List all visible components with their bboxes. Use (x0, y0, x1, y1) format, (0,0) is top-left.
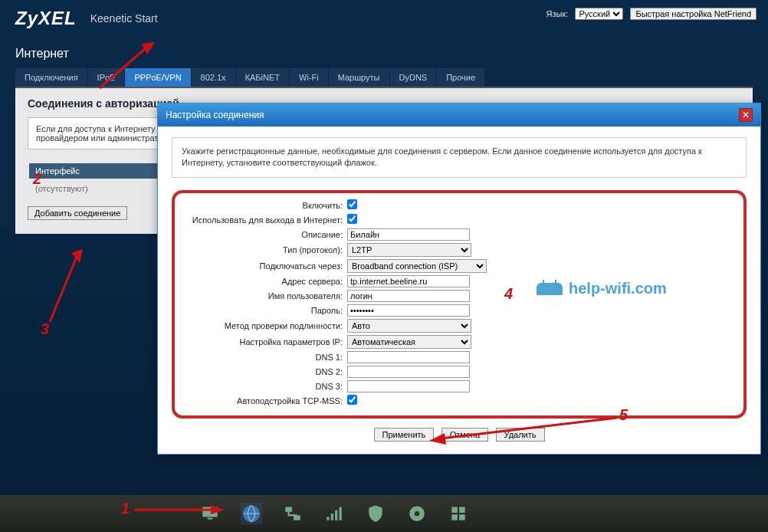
label-use-internet: Использовать для выхода в Интернет: (182, 215, 347, 225)
modal-body: Укажите регистрационные данные, необходи… (158, 126, 760, 454)
input-description[interactable] (347, 228, 470, 241)
svg-rect-7 (335, 511, 337, 521)
watermark: help-wifi.com (537, 280, 667, 297)
tab-connections[interactable]: Подключения (15, 68, 87, 87)
select-auth[interactable]: Авто (347, 319, 471, 333)
modal-header: Настройка соединения ✕ (158, 103, 760, 126)
input-username[interactable] (347, 290, 470, 302)
label-tcpmss: Автоподстройка TCP-MSS: (182, 396, 347, 406)
connection-settings-modal: Настройка соединения ✕ Укажите регистрац… (157, 103, 761, 455)
top-controls: Язык: Русский Быстрая настройка NetFrien… (546, 8, 757, 20)
apply-button[interactable]: Применить (374, 428, 435, 442)
svg-rect-13 (451, 514, 458, 521)
input-password[interactable] (347, 304, 470, 317)
svg-rect-6 (331, 514, 333, 521)
apps-icon[interactable] (448, 503, 469, 524)
form-area: Включить: Использовать для выхода в Инте… (172, 190, 747, 419)
arrow-3 (46, 249, 92, 326)
watermark-text: help-wifi.com (569, 280, 667, 297)
add-connection-button[interactable]: Добавить соединение (28, 206, 127, 220)
select-type[interactable]: L2TP (347, 243, 471, 257)
svg-line-15 (100, 48, 146, 88)
svg-marker-16 (142, 42, 155, 54)
label-description: Описание: (182, 230, 347, 239)
tab-other[interactable]: Прочие (437, 68, 484, 87)
shield-icon[interactable] (365, 503, 386, 524)
tab-dydns[interactable]: DyDNS (390, 68, 437, 87)
brand-logo: ZyXEL (15, 8, 77, 29)
language-label: Язык: (546, 9, 569, 18)
label-username: Имя пользователя: (182, 291, 347, 300)
checkbox-tcpmss[interactable] (347, 395, 357, 405)
svg-rect-8 (340, 507, 342, 520)
svg-marker-18 (71, 249, 83, 263)
select-ip[interactable]: Автоматическая (347, 335, 471, 349)
label-type: Тип (протокол): (182, 245, 347, 255)
label-dns3: DNS 3: (182, 382, 347, 391)
arrow-1 (134, 504, 226, 515)
input-dns2[interactable] (347, 366, 470, 378)
select-connect-via[interactable]: Broadband connection (ISP) (347, 259, 487, 273)
model-name: Keenetic Start (90, 12, 158, 25)
svg-marker-22 (211, 505, 225, 514)
svg-rect-1 (208, 517, 213, 519)
svg-line-17 (50, 257, 77, 322)
label-connect-via: Подключаться через: (182, 261, 347, 271)
router-icon (537, 283, 563, 295)
svg-point-10 (415, 511, 420, 517)
tab-8021x[interactable]: 802.1x (192, 68, 235, 87)
svg-line-19 (441, 418, 617, 438)
gear-icon[interactable] (406, 503, 428, 524)
network-icon[interactable] (282, 503, 304, 524)
checkbox-use-internet[interactable] (347, 214, 357, 224)
arrow-5 (429, 414, 621, 445)
label-server: Адрес сервера: (182, 277, 347, 286)
globe-icon[interactable] (241, 503, 262, 524)
label-enable: Включить: (182, 201, 347, 210)
svg-marker-20 (429, 433, 446, 445)
tab-routes[interactable]: Маршруты (329, 68, 389, 87)
signal-icon[interactable] (323, 503, 345, 524)
label-ip: Настройка параметров IP: (182, 337, 347, 346)
label-dns2: DNS 2: (182, 367, 347, 376)
label-dns1: DNS 1: (182, 353, 347, 362)
label-password: Пароль: (182, 306, 347, 315)
quick-setup-button[interactable]: Быстрая настройка NetFriend (630, 8, 757, 20)
input-server[interactable] (347, 275, 470, 287)
modal-title: Настройка соединения (166, 110, 264, 120)
svg-rect-11 (451, 507, 458, 513)
input-dns1[interactable] (347, 351, 470, 363)
svg-rect-3 (285, 507, 292, 512)
tab-kabinet[interactable]: КАБiNET (236, 68, 289, 87)
language-select[interactable]: Русский (575, 8, 623, 20)
taskbar (0, 495, 768, 532)
checkbox-enable[interactable] (347, 199, 357, 209)
label-auth: Метод проверки подлинности: (182, 321, 347, 330)
tab-wifi[interactable]: Wi-Fi (290, 68, 328, 87)
svg-rect-5 (327, 517, 329, 520)
arrow-2 (100, 42, 161, 92)
input-dns3[interactable] (347, 380, 470, 392)
svg-rect-14 (459, 514, 465, 521)
svg-rect-12 (459, 507, 465, 513)
close-icon[interactable]: ✕ (739, 108, 753, 122)
modal-info: Укажите регистрационные данные, необходи… (172, 137, 747, 178)
